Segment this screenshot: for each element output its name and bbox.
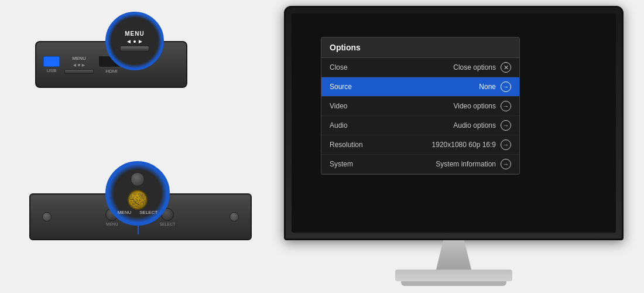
osd-value-close: Close options [453,63,496,71]
menu-area: MENU ◄ ► [64,56,94,74]
left-hardware-section: MENU ◄ ► USB MENU ◄ ► HDMI [18,12,263,281]
zoom-round-button [131,172,145,186]
audio-arrow-icon: → [501,120,511,131]
source-arrow-icon: → [501,81,511,92]
osd-value-system: System information [436,160,496,168]
usb-port-group: USB [43,56,60,73]
nav-left-icon: ◄ [72,62,77,68]
usb-port [43,56,60,67]
nav-right-icon: ► [81,62,86,68]
close-icon: ✕ [501,62,511,73]
osd-title-bar: Options [321,38,519,58]
osd-value-video: Video options [453,102,496,110]
nav-dot [133,40,136,43]
osd-value-source: None [479,83,496,91]
usb-label: USB [47,68,56,73]
osd-row-system[interactable]: System System information → [321,155,519,174]
zoom-nav-top: ◄ ► [126,38,143,45]
zoom-circle-top: MENU ◄ ► [105,12,164,70]
osd-label-audio: Audio [330,121,453,130]
osd-row-resolution[interactable]: Resolution 1920x1080 60p 16:9 → [321,135,519,155]
osd-row-source[interactable]: Source None → [321,77,519,97]
osd-row-close[interactable]: Close Close options ✕ [321,58,519,77]
osd-label-close: Close [330,63,453,71]
screw-right [229,212,239,222]
osd-row-video[interactable]: Video Video options → [321,97,519,116]
osd-row-audio[interactable]: Audio Audio options → [321,116,519,135]
osd-menu: Options Close Close options ✕ Source Non… [321,37,520,175]
monitor-outer: Options Close Close options ✕ Source Non… [284,6,624,240]
zoom-slider [120,46,149,52]
select-label: SELECT [159,222,175,226]
osd-title-text: Options [330,43,361,52]
osd-label-system: System [330,160,436,168]
menu-bottom-label: MENU [106,222,118,226]
screen-content: Options Close Close options ✕ Source Non… [292,13,616,233]
osd-value-audio: Audio options [453,121,496,130]
zoom-circle-bottom: MENU SELECT [105,161,170,226]
system-arrow-icon: → [501,159,511,169]
monitor-screen: Options Close Close options ✕ Source Non… [292,13,616,233]
left-arrow-icon: ◄ [126,38,132,45]
zoom-bottom-inner [128,172,148,210]
nav-center-dot [78,64,80,66]
right-arrow-icon: ► [138,38,143,45]
video-arrow-icon: → [501,101,511,111]
menu-label: MENU [72,56,86,61]
zoom-menu-label-bottom: MENU [118,210,132,215]
resolution-arrow-icon: → [501,139,511,150]
osd-label-resolution: Resolution [330,141,432,149]
zoom-dial [128,190,148,210]
screw-left [42,212,52,222]
monitor-base [395,270,512,281]
zoom-menu-label: MENU [125,30,144,37]
osd-value-resolution: 1920x1080 60p 16:9 [432,141,496,149]
menu-nav: ◄ ► [72,62,86,68]
osd-label-video: Video [330,102,453,110]
monitor-base-bottom [401,281,506,286]
osd-label-source: Source [330,83,479,91]
hdmi-label: HDMI [105,69,117,74]
zoom-select-label: SELECT [139,210,157,215]
monitor-section: Options Close Close options ✕ Source Non… [275,6,632,287]
dial-markings [129,191,146,209]
zoom-labels: MENU SELECT [118,210,158,215]
monitor-neck [436,240,471,270]
menu-slider [64,69,94,74]
